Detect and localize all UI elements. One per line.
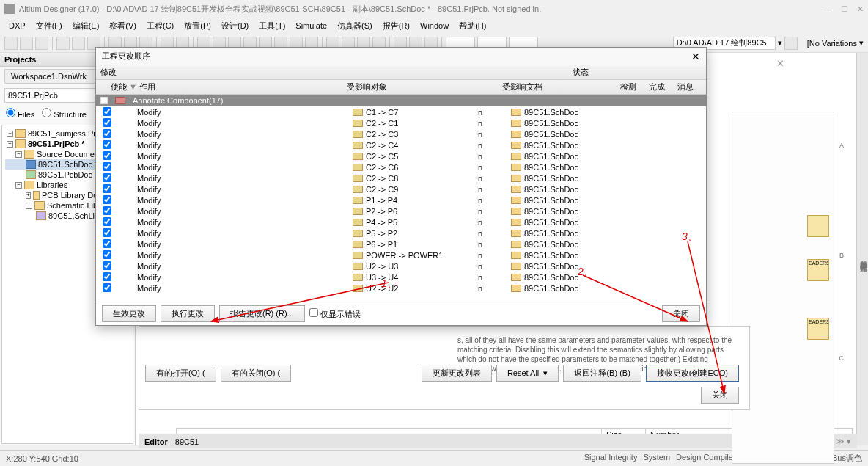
document-icon <box>511 263 521 270</box>
update-list-button[interactable]: 更新更改列表 <box>422 365 492 382</box>
menu-file[interactable]: 文件(F) <box>32 19 67 33</box>
row-enable-checkbox[interactable] <box>103 184 111 193</box>
change-row[interactable]: ModifyC2 -> C4In89C51.SchDoc <box>96 139 706 150</box>
change-row[interactable]: ModifyP1 -> P4In89C51.SchDoc <box>96 194 706 205</box>
annotation-3: 3、 <box>682 230 698 244</box>
right-tab-strip[interactable]: 剪贴板 收藏夹 元器件库 <box>856 53 868 445</box>
group-row[interactable]: − Annotate Component(17) <box>96 95 706 106</box>
change-row[interactable]: ModifyC2 -> C9In89C51.SchDoc <box>96 183 706 194</box>
tab-scroll-icon[interactable]: ≫ ▾ <box>836 437 851 446</box>
change-row[interactable]: ModifyU? -> U2In89C51.SchDoc <box>96 283 706 294</box>
col-object[interactable]: 受影响对象 <box>347 81 467 92</box>
change-row[interactable]: ModifyC2 -> C8In89C51.SchDoc <box>96 172 706 183</box>
radio-structure[interactable]: Structure <box>42 108 87 120</box>
change-row[interactable]: ModifyU3 -> U4In89C51.SchDoc <box>96 272 706 283</box>
row-enable-checkbox[interactable] <box>103 151 111 160</box>
row-enable-checkbox[interactable] <box>103 195 111 204</box>
accept-changes-button[interactable]: 接收更改(创建ECO) <box>646 365 739 382</box>
menu-edit[interactable]: 编辑(E) <box>68 19 104 33</box>
dialog-close-button[interactable]: 关闭 <box>662 305 700 322</box>
all-close-button[interactable]: 有的关闭(O) ( <box>221 365 292 382</box>
col-enable[interactable]: 使能 <box>111 82 127 91</box>
variations-dropdown[interactable]: [No Variations <box>807 39 857 48</box>
row-enable-checkbox[interactable] <box>103 217 111 226</box>
row-enable-checkbox[interactable] <box>103 162 111 171</box>
change-row[interactable]: ModifyP4 -> P5In89C51.SchDoc <box>96 216 706 227</box>
change-row[interactable]: ModifyU2 -> U3In89C51.SchDoc <box>96 261 706 272</box>
tb-zoom-icon[interactable] <box>72 37 85 50</box>
document-icon <box>511 285 521 292</box>
change-row[interactable]: ModifyP2 -> P6In89C51.SchDoc <box>96 205 706 216</box>
change-row[interactable]: ModifyC2 -> C6In89C51.SchDoc <box>96 161 706 172</box>
col-done[interactable]: 完成 <box>649 81 677 92</box>
component-block[interactable] <box>807 215 829 237</box>
col-document[interactable]: 受影响文档 <box>502 81 620 92</box>
designator-icon <box>353 208 363 215</box>
status-tab-signal[interactable]: Signal Integrity <box>584 453 638 464</box>
collapse-icon[interactable]: − <box>100 97 108 104</box>
minimize-button[interactable]: — <box>824 4 832 14</box>
row-enable-checkbox[interactable] <box>103 118 111 127</box>
row-enable-checkbox[interactable] <box>103 250 111 259</box>
component-headers1[interactable]: EADERS <box>807 259 829 281</box>
tb-print-icon[interactable] <box>56 37 70 50</box>
col-message[interactable]: 消息 <box>677 81 706 92</box>
row-enable-checkbox[interactable] <box>103 261 111 270</box>
row-enable-checkbox[interactable] <box>103 140 111 149</box>
change-row[interactable]: ModifyP6 -> P1In89C51.SchDoc <box>96 239 706 250</box>
reset-all-button[interactable]: Reset All ▾ <box>496 365 559 382</box>
change-row[interactable]: ModifyPOWER -> POWER1In89C51.SchDoc <box>96 250 706 261</box>
tb-new-icon[interactable] <box>4 37 18 50</box>
back-annotate-button[interactable]: 返回注释(B) (B) <box>563 365 641 382</box>
tb-config-icon[interactable] <box>784 37 798 50</box>
component-headers2[interactable]: EADERS <box>807 318 829 340</box>
menu-window[interactable]: Window <box>416 20 453 32</box>
row-enable-checkbox[interactable] <box>103 228 111 237</box>
menu-view[interactable]: 察看(V) <box>105 19 141 33</box>
row-enable-checkbox[interactable] <box>103 107 111 116</box>
row-enable-checkbox[interactable] <box>103 206 111 215</box>
menu-simulate[interactable]: Simulate <box>291 20 331 32</box>
menu-tools[interactable]: 工具(T) <box>254 19 290 33</box>
tb-save-icon[interactable] <box>35 37 48 50</box>
row-document: 89C51.SchDoc <box>511 174 658 183</box>
validate-button[interactable]: 生效更改 <box>102 305 156 322</box>
row-document: 89C51.SchDoc <box>511 108 658 117</box>
row-enable-checkbox[interactable] <box>103 239 111 248</box>
menu-simulator[interactable]: 仿真器(S) <box>333 19 377 33</box>
menu-help[interactable]: 帮助(H) <box>455 19 490 33</box>
maximize-button[interactable]: ☐ <box>841 4 848 14</box>
row-enable-checkbox[interactable] <box>103 272 111 281</box>
tb-open-icon[interactable] <box>20 37 33 50</box>
execute-button[interactable]: 执行更改 <box>161 305 215 322</box>
menu-design[interactable]: 设计(D) <box>217 19 253 33</box>
change-row[interactable]: ModifyC1 -> C7In89C51.SchDoc <box>96 106 706 117</box>
status-tab-system[interactable]: System <box>643 453 670 464</box>
editor-doc-tab[interactable]: 89C51 <box>175 437 199 446</box>
menu-project[interactable]: 工程(C) <box>142 19 178 33</box>
change-row[interactable]: ModifyP5 -> P2In89C51.SchDoc <box>96 227 706 239</box>
all-open-button[interactable]: 有的打开(O) ( <box>145 365 216 382</box>
row-enable-checkbox[interactable] <box>103 173 111 182</box>
col-action[interactable]: 作用 <box>139 82 155 91</box>
annotation-close-icon[interactable]: ✕ <box>776 58 784 69</box>
cursor-position: X:280 Y:540 Grid:10 <box>6 454 78 463</box>
close-window-button[interactable]: ✕ <box>857 4 864 14</box>
change-row[interactable]: ModifyC2 -> C3In89C51.SchDoc <box>96 128 706 139</box>
report-button[interactable]: 报告更改(R) (R)... <box>219 305 305 322</box>
row-enable-checkbox[interactable] <box>103 283 111 292</box>
dialog-close-icon[interactable]: ✕ <box>691 51 700 62</box>
row-enable-checkbox[interactable] <box>103 129 111 138</box>
menu-place[interactable]: 放置(P) <box>180 19 216 33</box>
change-row[interactable]: ModifyC2 -> C5In89C51.SchDoc <box>96 150 706 161</box>
row-action: Modify <box>118 251 243 260</box>
menu-report[interactable]: 报告(R) <box>378 19 414 33</box>
errors-only-checkbox[interactable]: 仅显示错误 <box>309 308 361 320</box>
row-action: Modify <box>118 262 243 271</box>
status-tab-compiler[interactable]: Design Compiler <box>676 453 735 464</box>
col-check[interactable]: 检测 <box>620 81 649 92</box>
radio-files[interactable]: Files <box>6 108 34 120</box>
change-row[interactable]: ModifyC2 -> C1In89C51.SchDoc <box>96 117 706 128</box>
panel-close-button[interactable]: 关闭 <box>701 387 739 404</box>
menu-dxp[interactable]: DXP <box>4 20 30 32</box>
